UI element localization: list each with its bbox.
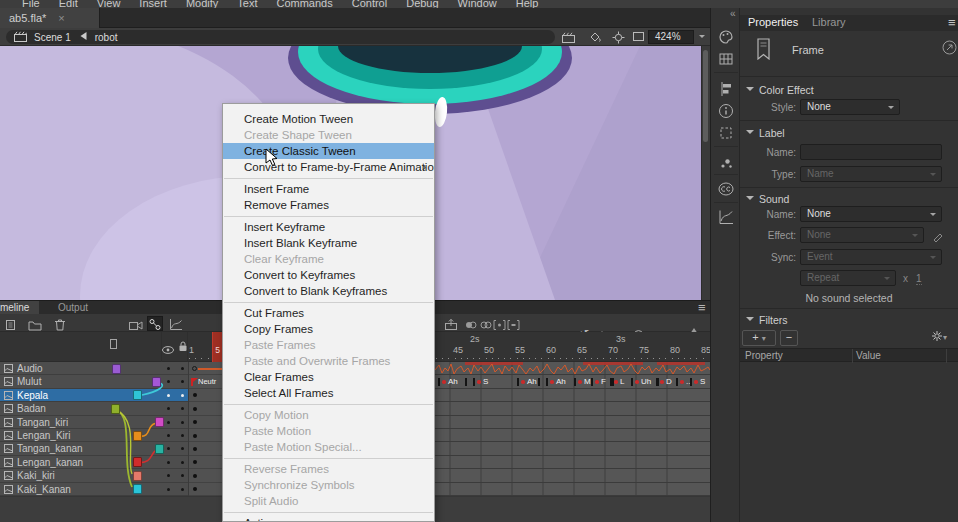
lock-toggle-dot[interactable] — [181, 380, 184, 383]
context-menu-item[interactable]: Insert Blank Keyframe — [223, 235, 434, 251]
tab-properties[interactable]: Properties — [748, 16, 798, 28]
lock-toggle-dot[interactable] — [181, 488, 184, 491]
context-menu-item[interactable]: Convert to Frame-by-Frame Animation› — [223, 159, 434, 175]
modify-markers-icon[interactable] — [507, 317, 521, 330]
delete-layer-icon[interactable] — [54, 317, 68, 330]
menu-debug[interactable]: Debug — [406, 0, 438, 1]
context-menu-item[interactable]: Actions — [223, 515, 434, 522]
section-filters[interactable]: Filters — [746, 314, 788, 326]
breadcrumb-scene[interactable]: Scene 1 — [34, 32, 71, 43]
menu-file[interactable]: File — [22, 0, 40, 1]
context-menu-item[interactable]: Select All Frames — [223, 385, 434, 401]
help-arrow-icon[interactable] — [942, 40, 957, 59]
remove-filter-button[interactable]: − — [780, 330, 798, 346]
layer-row[interactable]: Lengan_Kiri — [0, 429, 188, 442]
menu-commands[interactable]: Commands — [276, 0, 332, 1]
close-tab-icon[interactable]: × — [58, 12, 64, 24]
lock-toggle-dot[interactable] — [181, 447, 184, 450]
brush-library-panel-icon[interactable] — [717, 154, 735, 172]
outline-toggle-dot[interactable] — [167, 407, 170, 410]
menu-insert[interactable]: Insert — [139, 0, 167, 1]
clip-bounds-icon[interactable] — [632, 31, 646, 43]
outline-toggle-dot[interactable] — [167, 434, 170, 437]
show-parenting-view-icon[interactable] — [148, 317, 162, 330]
breadcrumb-symbol[interactable]: robot — [95, 32, 118, 43]
frame-cell[interactable] — [189, 429, 223, 442]
motion-presets-panel-icon[interactable] — [717, 208, 735, 226]
tab-output[interactable]: Output — [58, 301, 88, 314]
context-menu-item[interactable]: Convert to Blank Keyframes — [223, 283, 434, 299]
crosshair-icon[interactable] — [612, 31, 626, 43]
menu-edit[interactable]: Edit — [59, 0, 78, 1]
context-menu-item[interactable]: Copy Frames — [223, 321, 434, 337]
properties-panel-menu-icon[interactable]: ≡ — [948, 15, 956, 30]
layer-row[interactable]: Kaki_kiri — [0, 469, 188, 482]
parent-chip[interactable] — [133, 484, 142, 494]
parent-chip[interactable] — [133, 390, 142, 400]
context-menu-item[interactable]: Insert Frame — [223, 181, 434, 197]
zoom-level-input[interactable]: 424% — [648, 30, 694, 44]
menu-modify[interactable]: Modify — [186, 0, 218, 1]
frame-cell[interactable] — [189, 389, 223, 402]
section-sound[interactable]: Sound — [746, 193, 789, 205]
cc-libraries-panel-icon[interactable] — [717, 180, 735, 198]
frame-cell[interactable] — [189, 456, 223, 469]
context-menu-item[interactable]: Convert to Keyframes — [223, 267, 434, 283]
lock-toggle-dot[interactable] — [181, 367, 184, 370]
document-tab[interactable]: ab5.fla* × — [0, 8, 100, 28]
layer-row[interactable]: Kepala — [0, 389, 188, 402]
context-menu-item[interactable]: Create Motion Tween — [223, 111, 434, 127]
sound-name-dropdown[interactable]: None — [800, 206, 942, 222]
frame-cell[interactable] — [189, 362, 223, 375]
menu-text[interactable]: Text — [237, 0, 257, 1]
label-name-input[interactable] — [800, 144, 942, 160]
outline-toggle-dot[interactable] — [167, 488, 170, 491]
transform-panel-icon[interactable] — [717, 124, 735, 142]
zoom-dropdown-icon[interactable] — [699, 35, 705, 41]
frame-cell[interactable] — [189, 416, 223, 429]
frame-cell[interactable] — [189, 402, 223, 415]
new-folder-icon[interactable] — [28, 317, 42, 330]
layer-row[interactable]: Kaki_Kanan — [0, 483, 188, 496]
context-menu-item[interactable]: Remove Frames — [223, 197, 434, 213]
edit-sound-envelope-icon[interactable] — [932, 228, 944, 246]
collapse-panels-icon[interactable]: « — [730, 8, 736, 19]
outline-toggle-dot[interactable] — [167, 474, 170, 477]
lock-toggle-dot[interactable] — [181, 461, 184, 464]
timeline-panel-menu-icon[interactable]: ≡ — [698, 300, 706, 315]
parent-chip[interactable] — [133, 457, 142, 467]
menu-window[interactable]: Window — [458, 0, 497, 1]
onion-skin-icon[interactable] — [464, 317, 478, 330]
tab-library[interactable]: Library — [812, 16, 846, 28]
outline-toggle-dot[interactable] — [167, 447, 170, 450]
parent-chip[interactable] — [133, 431, 142, 441]
frame-cell[interactable]: Neutr — [189, 375, 223, 388]
menu-view[interactable]: View — [97, 0, 121, 1]
frame-cell[interactable] — [189, 483, 223, 496]
lock-toggle-dot[interactable] — [181, 407, 184, 410]
context-menu-item[interactable]: Insert Keyframe — [223, 219, 434, 235]
context-menu-item[interactable]: Clear Frames — [223, 369, 434, 385]
outline-toggle-dot[interactable] — [167, 421, 170, 424]
lock-toggle-dot[interactable] — [181, 421, 184, 424]
menu-control[interactable]: Control — [352, 0, 387, 1]
lock-toggle-dot[interactable] — [181, 434, 184, 437]
paint-bucket-icon[interactable] — [588, 31, 602, 43]
section-color-effect[interactable]: Color Effect — [746, 84, 814, 96]
lock-toggle-dot[interactable] — [181, 394, 184, 397]
playhead[interactable]: 5 — [212, 332, 222, 362]
parent-chip[interactable] — [112, 364, 121, 374]
parent-chip[interactable] — [133, 471, 142, 481]
stage-scrollbar-thumb[interactable] — [703, 50, 708, 142]
section-label[interactable]: Label — [746, 127, 785, 139]
outline-toggle-dot[interactable] — [167, 461, 170, 464]
info-panel-icon[interactable] — [717, 102, 735, 120]
color-panel-icon[interactable] — [717, 28, 735, 46]
outline-toggle-dot[interactable] — [167, 380, 170, 383]
outline-toggle-dot[interactable] — [167, 367, 170, 370]
context-menu-item[interactable]: Cut Frames — [223, 305, 434, 321]
camera-icon[interactable] — [129, 317, 143, 330]
tab-timeline[interactable]: Timeline — [0, 301, 39, 314]
parent-chip[interactable] — [152, 377, 161, 387]
style-dropdown[interactable]: None — [800, 99, 900, 115]
